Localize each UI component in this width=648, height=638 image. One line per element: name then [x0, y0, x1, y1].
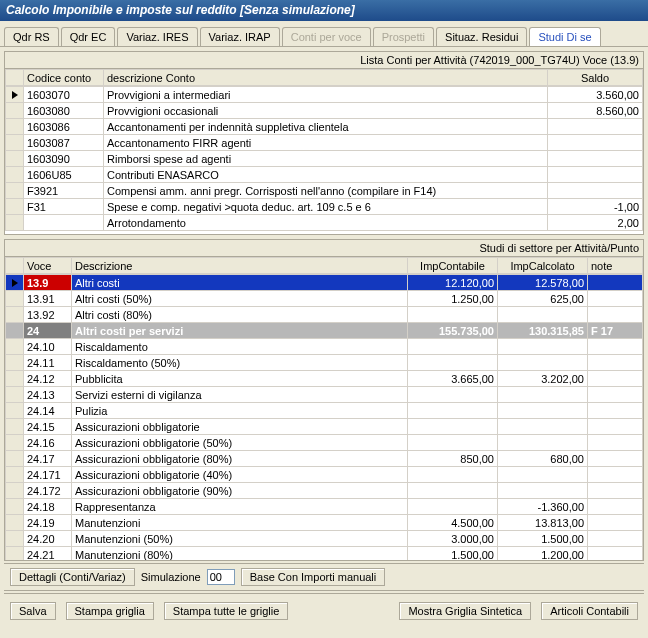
row-selector[interactable]: [6, 515, 24, 531]
table-row[interactable]: 24.21Manutenzioni (80%)1.500,001.200,00: [6, 547, 643, 561]
cell-impcalcolato[interactable]: [498, 387, 588, 403]
cell-desc[interactable]: Assicurazioni obbligatorie (50%): [72, 435, 408, 451]
cell-desc[interactable]: Provvigioni occasionali: [104, 103, 548, 119]
table-row[interactable]: 1603080Provvigioni occasionali8.560,00: [6, 103, 643, 119]
mostra-griglia-button[interactable]: Mostra Griglia Sintetica: [399, 602, 531, 620]
row-selector[interactable]: [6, 135, 24, 151]
cell-saldo[interactable]: [548, 167, 643, 183]
cell-impcalcolato[interactable]: [498, 403, 588, 419]
cell-desc[interactable]: Altri costi per servizi: [72, 323, 408, 339]
cell-note[interactable]: [588, 467, 643, 483]
tab-studi-di-se[interactable]: Studi Di se: [529, 27, 600, 46]
tab-variaz-ires[interactable]: Variaz. IRES: [117, 27, 197, 46]
cell-voce[interactable]: 24: [24, 323, 72, 339]
cell-note[interactable]: F 17: [588, 323, 643, 339]
table-row[interactable]: 24.20Manutenzioni (50%)3.000,001.500,00: [6, 531, 643, 547]
table-row[interactable]: 24.172Assicurazioni obbligatorie (90%): [6, 483, 643, 499]
row-selector[interactable]: [6, 435, 24, 451]
cell-desc[interactable]: Accantonamento FIRR agenti: [104, 135, 548, 151]
table-row[interactable]: 24.19Manutenzioni4.500,0013.813,00: [6, 515, 643, 531]
simulazione-input[interactable]: [207, 569, 235, 585]
cell-impcalcolato[interactable]: 625,00: [498, 291, 588, 307]
tab-variaz-irap[interactable]: Variaz. IRAP: [200, 27, 280, 46]
cell-impcalcolato[interactable]: [498, 339, 588, 355]
cell-note[interactable]: [588, 387, 643, 403]
cell-note[interactable]: [588, 307, 643, 323]
cell-impcalcolato[interactable]: [498, 435, 588, 451]
cell-voce[interactable]: 24.12: [24, 371, 72, 387]
cell-voce[interactable]: 24.16: [24, 435, 72, 451]
table-row[interactable]: 24.13Servizi esterni di vigilanza: [6, 387, 643, 403]
cell-note[interactable]: [588, 547, 643, 561]
col-saldo[interactable]: Saldo: [548, 70, 643, 86]
cell-saldo[interactable]: 8.560,00: [548, 103, 643, 119]
cell-note[interactable]: [588, 451, 643, 467]
cell-voce[interactable]: 24.11: [24, 355, 72, 371]
cell-codice[interactable]: 1603087: [24, 135, 104, 151]
cell-saldo[interactable]: [548, 151, 643, 167]
cell-voce[interactable]: 24.21: [24, 547, 72, 561]
cell-impcontabile[interactable]: [408, 499, 498, 515]
table-row[interactable]: F31Spese e comp. negativi >quota deduc. …: [6, 199, 643, 215]
cell-impcalcolato[interactable]: 1.500,00: [498, 531, 588, 547]
cell-desc[interactable]: Rappresentanza: [72, 499, 408, 515]
table-row[interactable]: F3921Compensi amm. anni pregr. Corrispos…: [6, 183, 643, 199]
col-impcalcolato[interactable]: ImpCalcolato: [498, 258, 588, 274]
cell-voce[interactable]: 24.20: [24, 531, 72, 547]
row-selector[interactable]: [6, 103, 24, 119]
table-row[interactable]: 24.171Assicurazioni obbligatorie (40%): [6, 467, 643, 483]
cell-impcontabile[interactable]: [408, 403, 498, 419]
articoli-contabili-button[interactable]: Articoli Contabili: [541, 602, 638, 620]
cell-desc[interactable]: Manutenzioni (80%): [72, 547, 408, 561]
col-note[interactable]: note: [588, 258, 643, 274]
cell-note[interactable]: [588, 499, 643, 515]
cell-note[interactable]: [588, 291, 643, 307]
cell-voce[interactable]: 13.92: [24, 307, 72, 323]
cell-impcontabile[interactable]: 4.500,00: [408, 515, 498, 531]
cell-impcontabile[interactable]: [408, 419, 498, 435]
table-row[interactable]: 13.92Altri costi (80%): [6, 307, 643, 323]
cell-desc[interactable]: Pubblicita: [72, 371, 408, 387]
cell-impcontabile[interactable]: [408, 483, 498, 499]
cell-impcalcolato[interactable]: [498, 467, 588, 483]
cell-impcontabile[interactable]: [408, 307, 498, 323]
cell-voce[interactable]: 24.172: [24, 483, 72, 499]
cell-note[interactable]: [588, 355, 643, 371]
row-selector[interactable]: [6, 291, 24, 307]
table-row[interactable]: 1603087Accantonamento FIRR agenti: [6, 135, 643, 151]
cell-impcalcolato[interactable]: 130.315,85: [498, 323, 588, 339]
table-row[interactable]: 24.17Assicurazioni obbligatorie (80%)850…: [6, 451, 643, 467]
cell-codice[interactable]: 1603086: [24, 119, 104, 135]
cell-impcontabile[interactable]: 1.500,00: [408, 547, 498, 561]
row-selector[interactable]: [6, 531, 24, 547]
row-selector[interactable]: [6, 307, 24, 323]
cell-impcalcolato[interactable]: [498, 307, 588, 323]
row-selector[interactable]: [6, 499, 24, 515]
cell-desc[interactable]: Rimborsi spese ad agenti: [104, 151, 548, 167]
dettagli-button[interactable]: Dettagli (Conti/Variaz): [10, 568, 135, 586]
cell-voce[interactable]: 13.9: [24, 275, 72, 291]
cell-desc[interactable]: Altri costi (80%): [72, 307, 408, 323]
cell-desc[interactable]: Assicurazioni obbligatorie (90%): [72, 483, 408, 499]
table-row[interactable]: 24.11Riscaldamento (50%): [6, 355, 643, 371]
tab-situaz-residui[interactable]: Situaz. Residui: [436, 27, 527, 46]
cell-note[interactable]: [588, 515, 643, 531]
cell-impcalcolato[interactable]: -1.360,00: [498, 499, 588, 515]
cell-saldo[interactable]: -1,00: [548, 199, 643, 215]
row-selector[interactable]: [6, 215, 24, 231]
cell-impcontabile[interactable]: 1.250,00: [408, 291, 498, 307]
stampa-tutte-button[interactable]: Stampa tutte le griglie: [164, 602, 288, 620]
cell-impcalcolato[interactable]: [498, 355, 588, 371]
cell-codice[interactable]: 1603080: [24, 103, 104, 119]
cell-note[interactable]: [588, 483, 643, 499]
table-row[interactable]: 24.16Assicurazioni obbligatorie (50%): [6, 435, 643, 451]
row-selector[interactable]: [6, 387, 24, 403]
cell-impcontabile[interactable]: 12.120,00: [408, 275, 498, 291]
row-selector[interactable]: [6, 151, 24, 167]
row-selector[interactable]: [6, 167, 24, 183]
col-descrizione[interactable]: Descrizione: [72, 258, 408, 274]
cell-desc[interactable]: Provvigioni a intermediari: [104, 87, 548, 103]
table-row[interactable]: 24Altri costi per servizi155.735,00130.3…: [6, 323, 643, 339]
col-voce[interactable]: Voce: [24, 258, 72, 274]
table-row[interactable]: 13.9Altri costi12.120,0012.578,00: [6, 275, 643, 291]
